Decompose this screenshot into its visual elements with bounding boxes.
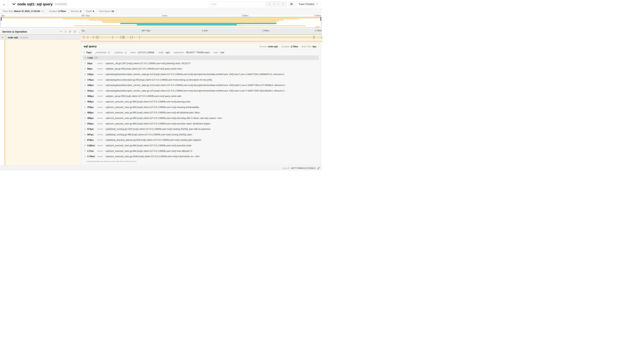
summary-item-label: Start Time: xyxy=(302,45,312,48)
span-row-name-column[interactable]: node sql1 sql query xyxy=(0,35,81,40)
log-expand-chevron-right-icon[interactable] xyxy=(84,79,86,81)
deep-link-icon[interactable] xyxy=(317,167,320,169)
log-marker-tick[interactable] xyxy=(130,36,131,39)
log-entry-row[interactable]: 189μs: event = ‹sql/catalog/lease/descri… xyxy=(84,83,319,88)
logs-collapse-chevron-down-icon[interactable] xyxy=(84,57,86,58)
log-expand-chevron-right-icon[interactable] xyxy=(84,139,86,141)
log-equals: = xyxy=(103,139,105,141)
log-entry-row[interactable]: 142μs: event = ‹sql/catalog/lease/descri… xyxy=(84,72,319,77)
log-marker-tick[interactable] xyxy=(314,36,314,39)
keyboard-shortcuts-button[interactable]: ⌘ xyxy=(288,2,295,7)
log-marker-tick[interactable] xyxy=(112,36,113,39)
log-entry-row[interactable]: 2.7ms: event = ‹sql/conn_executor_exec.g… xyxy=(84,148,319,154)
find-input[interactable] xyxy=(209,2,266,7)
log-timestamp: 574μs: xyxy=(87,128,97,130)
tags-row[interactable]: Tags: _unfinished=1 _verbose=1 client=12… xyxy=(81,50,320,55)
logs-section-header[interactable]: Logs (18) xyxy=(83,56,319,60)
scroll-to-match-icon[interactable] xyxy=(268,3,270,5)
span-detail-panel: sql query Service:node sql1 Duration:2.7… xyxy=(81,43,320,164)
log-marker-tick[interactable] xyxy=(84,36,84,39)
log-field-key: event xyxy=(97,79,103,81)
log-expand-chevron-right-icon[interactable] xyxy=(84,106,86,108)
log-expand-chevron-right-icon[interactable] xyxy=(84,62,86,64)
log-expand-chevron-right-icon[interactable] xyxy=(84,90,86,92)
log-entry-row[interactable]: 2.69ms: event = ‹sql/conn_executor_exec.… xyxy=(84,143,319,148)
log-marker-tick[interactable] xyxy=(139,36,140,39)
log-field-key: event xyxy=(97,106,103,109)
logs-list: 34μs: event = ‹sql/exec_util.go:2297 [ns… xyxy=(83,60,319,164)
log-entry-row[interactable]: 597μs: event = ‹sql/distsql_running.go:4… xyxy=(84,132,319,137)
log-field-value: ‹sql/catalog/lease/descriptor_version_st… xyxy=(105,90,285,92)
log-expand-chevron-right-icon[interactable] xyxy=(84,112,86,114)
span-collapse-chevron-down-icon[interactable] xyxy=(2,37,4,38)
operation-name: sql query xyxy=(20,36,28,39)
log-entry-row[interactable]: 2.79ms: event = ‹sql/conn_executor_exec.… xyxy=(84,154,319,159)
log-marker-tick[interactable] xyxy=(322,36,322,39)
log-expand-chevron-right-icon[interactable] xyxy=(84,68,86,70)
log-field-key: event xyxy=(97,123,103,125)
span-row-timeline[interactable] xyxy=(81,35,322,40)
minimap-canvas[interactable] xyxy=(1,17,321,28)
clear-find-x-icon[interactable] xyxy=(282,3,284,5)
log-equals: = xyxy=(103,150,105,152)
log-marker-tick[interactable] xyxy=(97,36,97,39)
collapse-trace-chevron-down-icon[interactable] xyxy=(12,3,16,5)
log-expand-chevron-right-icon[interactable] xyxy=(84,134,86,136)
expand-all-double-chevron-right-icon[interactable] xyxy=(74,31,76,33)
log-entry-row[interactable]: 459μs: event = ‹sql/conn_executor_exec.g… xyxy=(84,99,319,105)
log-marker-tick[interactable] xyxy=(124,36,124,39)
log-expand-chevron-right-icon[interactable] xyxy=(84,150,86,152)
collapse-all-double-chevron-down-icon[interactable] xyxy=(69,31,71,33)
trace-view-selector-button[interactable]: Trace Timeline xyxy=(296,2,320,7)
log-expand-chevron-right-icon[interactable] xyxy=(84,117,86,119)
log-entry-row[interactable]: 176μs: event = ‹sql/catalog/descs/descri… xyxy=(84,77,319,83)
log-expand-chevron-right-icon[interactable] xyxy=(84,95,86,97)
log-expand-chevron-right-icon[interactable] xyxy=(84,101,86,103)
log-entry-row[interactable]: 502μs: event = ‹sql/conn_executor_exec.g… xyxy=(84,121,319,127)
log-field-key: event xyxy=(97,84,103,87)
log-entry-row[interactable]: 366μs: event = ‹sql/plan_opt.go:358 [nsq… xyxy=(84,94,319,99)
log-expand-chevron-right-icon[interactable] xyxy=(84,74,86,75)
column-resize-grip[interactable] xyxy=(79,32,80,34)
next-match-chevron-down-icon[interactable] xyxy=(278,4,280,5)
log-equals: = xyxy=(103,117,105,119)
log-equals: = xyxy=(103,68,105,70)
view-selector-chevron-down-icon xyxy=(316,4,318,5)
tag-item: statement=SELECT * FROM users xyxy=(172,51,212,54)
expand-one-chevron-right-icon[interactable] xyxy=(65,31,66,33)
service-name: node sql1 xyxy=(8,36,18,39)
log-expand-chevron-right-icon[interactable] xyxy=(84,156,86,158)
tags-expand-chevron-right-icon[interactable] xyxy=(84,52,85,53)
span-bar-row[interactable]: node sql1 sql query xyxy=(0,35,322,40)
back-arrow-icon[interactable]: ← xyxy=(0,0,8,8)
log-expand-chevron-right-icon[interactable] xyxy=(84,128,86,130)
log-marker-tick[interactable] xyxy=(96,36,96,39)
minimap-right-drag-handle[interactable] xyxy=(320,17,321,21)
log-marker-tick[interactable] xyxy=(313,36,314,39)
log-entry-row[interactable]: 80μs: event = ‹sql/plan_opt.go:358 [nsql… xyxy=(84,66,319,72)
collapse-one-chevron-down-icon[interactable] xyxy=(60,31,62,33)
log-expand-chevron-right-icon[interactable] xyxy=(84,84,86,86)
log-entry-row[interactable]: 201μs: event = ‹sql/catalog/lease/descri… xyxy=(84,88,319,94)
log-expand-chevron-right-icon[interactable] xyxy=(84,123,86,125)
tag-equals: = xyxy=(184,51,186,54)
span-id-label: SpanID: xyxy=(282,167,290,169)
log-entry-row[interactable]: 495μs: event = ‹sql/conn_executor_exec.g… xyxy=(84,115,319,121)
tag-equals: = xyxy=(218,51,220,54)
log-timestamp: 502μs: xyxy=(87,123,97,125)
log-entry-row[interactable]: 678μs: event = ‹sql/distsql_physical_pla… xyxy=(84,137,319,143)
log-field-value: ‹sql/distsql_physical_planner.go:828 [ns… xyxy=(105,139,202,141)
log-marker-tick[interactable] xyxy=(122,36,122,39)
log-entry-row[interactable]: 476μs: event = ‹sql/conn_executor_exec.g… xyxy=(84,105,319,110)
log-marker-tick[interactable] xyxy=(120,36,121,39)
log-entry-row[interactable]: 574μs: event = ‹sql/distsql_running.go:1… xyxy=(84,126,319,132)
log-marker-tick[interactable] xyxy=(124,36,124,39)
log-expand-chevron-right-icon[interactable] xyxy=(84,145,86,146)
minimap-left-drag-handle[interactable] xyxy=(1,17,2,21)
log-entry-row[interactable]: 34μs: event = ‹sql/exec_util.go:2297 [ns… xyxy=(84,61,319,66)
span-duration-bar[interactable] xyxy=(81,36,322,38)
log-entry-row[interactable]: 486μs: event = ‹sql/conn_executor_exec.g… xyxy=(84,110,319,115)
prev-match-chevron-up-icon[interactable] xyxy=(273,4,275,5)
log-equals: = xyxy=(103,84,105,87)
log-marker-tick[interactable] xyxy=(88,36,88,39)
